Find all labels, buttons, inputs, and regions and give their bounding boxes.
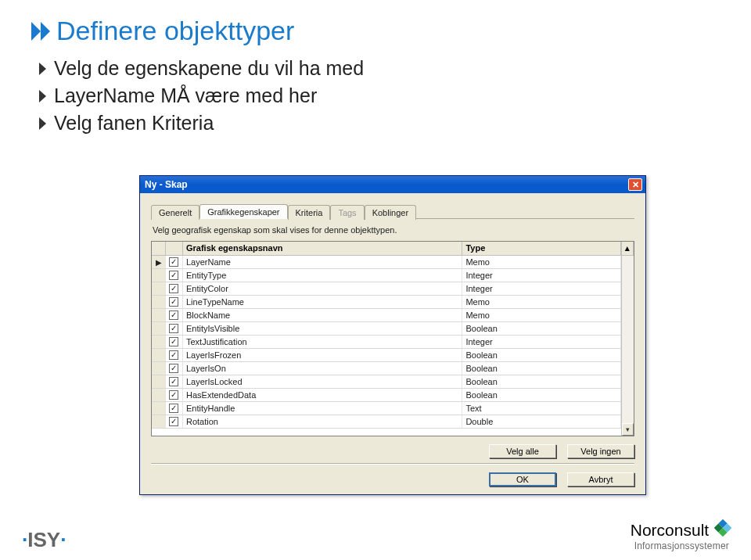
ok-button[interactable]: OK — [489, 472, 556, 486]
checkbox[interactable]: ✓ — [169, 297, 178, 307]
row-selector[interactable] — [152, 282, 166, 295]
checkbox[interactable]: ✓ — [169, 257, 178, 267]
table-row[interactable]: ✓LayerIsFrozenBoolean — [152, 349, 634, 362]
bullet-text: Velg de egenskapene du vil ha med — [54, 57, 364, 80]
row-selector[interactable] — [152, 389, 166, 401]
instruction-text: Velg geografisk egenskap som skal vises … — [153, 225, 634, 235]
grid-header-name[interactable]: Grafisk egenskapsnavn — [183, 242, 462, 255]
new-skap-dialog: Ny - Skap ✕ GenereltGrafikkegenskaperKri… — [139, 175, 646, 495]
row-selector[interactable] — [152, 349, 166, 361]
row-name: TextJustification — [183, 336, 462, 348]
norconsult-logo: Norconsult Informasjonssystemer — [631, 522, 729, 552]
checkbox[interactable]: ✓ — [169, 284, 178, 293]
row-type: Boolean — [462, 349, 621, 361]
grid-header-check — [166, 242, 183, 255]
row-checkbox-cell[interactable]: ✓ — [166, 269, 183, 282]
table-row[interactable]: ▶✓LayerNameMemo — [152, 256, 634, 269]
bullet-text: LayerName MÅ være med her — [54, 84, 317, 107]
checkbox[interactable]: ✓ — [169, 417, 178, 426]
table-row[interactable]: ✓LayerIsOnBoolean — [152, 362, 634, 375]
scrollbar-track[interactable] — [622, 256, 634, 423]
checkbox[interactable]: ✓ — [169, 377, 178, 386]
row-selector[interactable] — [152, 309, 166, 321]
checkbox[interactable]: ✓ — [169, 271, 178, 280]
scroll-up-button[interactable]: ▴ — [621, 242, 634, 255]
vertical-scrollbar[interactable]: ▾ — [621, 256, 634, 436]
row-checkbox-cell[interactable]: ✓ — [166, 322, 183, 335]
checkbox[interactable]: ✓ — [169, 311, 178, 320]
grid-body: ▶✓LayerNameMemo✓EntityTypeInteger✓Entity… — [152, 256, 634, 436]
row-checkbox-cell[interactable]: ✓ — [166, 389, 183, 401]
row-name: LayerIsOn — [183, 362, 462, 375]
titlebar[interactable]: Ny - Skap ✕ — [140, 176, 645, 193]
table-row[interactable]: ✓EntityIsVisibleBoolean — [152, 322, 634, 336]
row-checkbox-cell[interactable]: ✓ — [166, 336, 183, 348]
table-row[interactable]: ✓EntityTypeInteger — [152, 269, 634, 282]
row-type: Integer — [462, 336, 621, 348]
row-name: EntityColor — [183, 282, 462, 295]
row-checkbox-cell[interactable]: ✓ — [166, 375, 183, 388]
table-row[interactable]: ✓TextJustificationInteger — [152, 336, 634, 349]
row-name: LineTypeName — [183, 296, 462, 308]
row-type: Boolean — [462, 389, 621, 401]
row-checkbox-cell[interactable]: ✓ — [166, 296, 183, 308]
row-checkbox-cell[interactable]: ✓ — [166, 415, 183, 428]
tab-kriteria[interactable]: Kriteria — [288, 205, 331, 220]
scroll-down-button[interactable]: ▾ — [622, 423, 634, 436]
row-type: Integer — [462, 282, 621, 295]
select-all-button[interactable]: Velg alle — [489, 444, 556, 458]
row-type: Text — [462, 402, 621, 415]
row-selector[interactable] — [152, 269, 166, 282]
row-selector[interactable] — [152, 402, 166, 415]
select-none-button[interactable]: Velg ingen — [567, 444, 634, 458]
bullet-arrow-icon — [39, 117, 46, 130]
bullet-item: Velg de egenskapene du vil ha med — [39, 57, 720, 80]
tab-koblinger[interactable]: Koblinger — [365, 205, 416, 220]
table-row[interactable]: ✓EntityColorInteger — [152, 282, 634, 296]
row-checkbox-cell[interactable]: ✓ — [166, 282, 183, 295]
row-type: Integer — [462, 269, 621, 282]
row-checkbox-cell[interactable]: ✓ — [166, 256, 183, 268]
table-row[interactable]: ✓BlockNameMemo — [152, 309, 634, 322]
row-selector[interactable] — [152, 362, 166, 375]
table-row[interactable]: ✓RotationDouble — [152, 415, 634, 429]
row-checkbox-cell[interactable]: ✓ — [166, 362, 183, 375]
slide-title: Definere objekttyper — [56, 16, 294, 46]
table-row[interactable]: ✓LineTypeNameMemo — [152, 296, 634, 309]
grid-header-type[interactable]: Type — [462, 242, 621, 255]
checkbox[interactable]: ✓ — [169, 404, 178, 413]
tab-grafikkegenskaper[interactable]: Grafikkegenskaper — [199, 204, 287, 219]
window-title: Ny - Skap — [145, 179, 188, 190]
tab-strip: GenereltGrafikkegenskaperKriteriaTagsKob… — [151, 204, 634, 219]
checkbox[interactable]: ✓ — [169, 364, 178, 373]
tab-tags: Tags — [330, 205, 364, 220]
row-selector[interactable] — [152, 322, 166, 335]
row-type: Boolean — [462, 362, 621, 375]
row-checkbox-cell[interactable]: ✓ — [166, 349, 183, 361]
row-selector[interactable] — [152, 415, 166, 428]
row-selector[interactable] — [152, 336, 166, 348]
checkbox[interactable]: ✓ — [169, 390, 178, 400]
close-icon[interactable]: ✕ — [628, 178, 642, 191]
cancel-button[interactable]: Avbryt — [567, 472, 634, 486]
divider — [151, 463, 634, 465]
bullet-text: Velg fanen Kriteria — [54, 112, 214, 135]
isy-logo: ·ISY· — [22, 528, 66, 552]
bullet-item: LayerName MÅ være med her — [39, 84, 720, 107]
slide-title-row: Definere objekttyper — [31, 16, 720, 46]
diamond-icon — [714, 519, 732, 537]
row-checkbox-cell[interactable]: ✓ — [166, 309, 183, 321]
table-row[interactable]: ✓LayerIsLockedBoolean — [152, 375, 634, 389]
row-selector[interactable] — [152, 375, 166, 388]
row-checkbox-cell[interactable]: ✓ — [166, 402, 183, 415]
checkbox[interactable]: ✓ — [169, 337, 178, 346]
row-selector[interactable]: ▶ — [152, 256, 166, 268]
checkbox[interactable]: ✓ — [169, 324, 178, 333]
checkbox[interactable]: ✓ — [169, 350, 178, 360]
row-name: LayerIsLocked — [183, 375, 462, 388]
table-row[interactable]: ✓HasExtendedDataBoolean — [152, 389, 634, 402]
row-selector[interactable] — [152, 296, 166, 308]
row-name: Rotation — [183, 415, 462, 428]
table-row[interactable]: ✓EntityHandleText — [152, 402, 634, 415]
tab-generelt[interactable]: Generelt — [151, 205, 199, 220]
